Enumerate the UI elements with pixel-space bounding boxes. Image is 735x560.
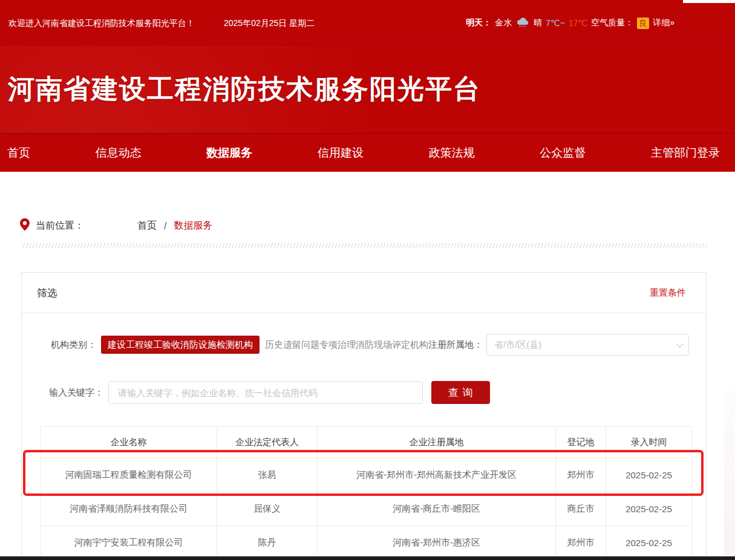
content-area: 当前位置： 首页 / 数据服务 筛选 重置条件 机构类别： 建设工程竣工验收消防…	[0, 218, 735, 560]
cell-company: 河南宇宁安装工程有限公司	[41, 526, 217, 560]
region-select-placeholder: 省/市/区(县)	[494, 339, 541, 351]
tomorrow-label: 明天：	[466, 18, 491, 28]
nav-item-policy[interactable]: 政策法规	[429, 145, 475, 161]
cell-company: 河南省泽顺消防科技有限公司	[41, 492, 217, 526]
cloud-rain-icon	[515, 17, 530, 29]
keyword-label: 输入关键字：	[22, 387, 103, 399]
category-option-1[interactable]: 历史遗留问题专项治理消防现场评定机构	[265, 339, 428, 351]
weather-widget: 明天： 金水 晴 7℃~ 17℃ 空气质量： 良 详细»	[466, 17, 675, 29]
cell-entry_date: 2025-02-25	[606, 526, 692, 560]
chevron-down-icon	[676, 340, 684, 348]
table-body: 河南固瑞工程质量检测有限公司张易河南省-郑州市-郑州高新技术产业开发区郑州市20…	[41, 458, 692, 560]
nav-item-dept-login[interactable]: 主管部门登录	[651, 145, 720, 161]
region-label: 注册所属地：	[428, 339, 483, 351]
nav-item-supervision[interactable]: 公众监督	[540, 145, 586, 161]
weather-condition: 晴	[534, 18, 542, 28]
weather-district: 金水	[495, 18, 512, 28]
breadcrumb-label: 当前位置：	[36, 220, 84, 232]
temp-high: 17℃	[569, 18, 587, 28]
search-button[interactable]: 查 询	[431, 381, 490, 404]
weather-detail-link[interactable]: 详细»	[653, 18, 675, 28]
column-header: 企业名称	[41, 427, 217, 458]
filter-panel-header: 筛选 重置条件	[22, 273, 706, 313]
air-quality-label: 空气质量：	[591, 18, 633, 28]
nav-item-credit[interactable]: 信用建设	[318, 145, 364, 161]
nav-item-news[interactable]: 信息动态	[96, 145, 142, 161]
column-header: 企业注册属地	[318, 427, 556, 458]
cell-registration_city: 商丘市	[556, 492, 606, 526]
cell-company: 河南固瑞工程质量检测有限公司	[41, 458, 217, 492]
cell-legal_rep: 张易	[217, 458, 318, 492]
welcome-text: 欢迎进入河南省建设工程消防技术服务阳光平台！	[8, 18, 195, 29]
cell-registered_address: 河南省-商丘市-睢阳区	[318, 492, 556, 526]
table-row[interactable]: 河南宇宁安装工程有限公司陈丹河南省-郑州市-惠济区郑州市2025-02-25	[41, 526, 692, 560]
main-nav: 首页信息动态数据服务信用建设政策法规公众监督主管部门登录	[0, 133, 735, 172]
cell-registered_address: 河南省-郑州市-郑州高新技术产业开发区	[318, 458, 556, 492]
company-table: 企业名称企业法定代表人企业注册属地登记地录入时间 河南固瑞工程质量检测有限公司张…	[40, 426, 692, 560]
table-wrap: 企业名称企业法定代表人企业注册属地登记地录入时间 河南固瑞工程质量检测有限公司张…	[40, 426, 690, 560]
region-filter-group: 注册所属地： 省/市/区(县)	[428, 334, 689, 356]
breadcrumb-separator: /	[164, 221, 166, 232]
region-select[interactable]: 省/市/区(县)	[486, 334, 689, 356]
table-row[interactable]: 河南固瑞工程质量检测有限公司张易河南省-郑州市-郑州高新技术产业开发区郑州市20…	[41, 458, 692, 492]
date-text: 2025年02月25日 星期二	[224, 18, 315, 29]
reset-filters-link[interactable]: 重置条件	[650, 287, 686, 299]
cell-registration_city: 郑州市	[556, 458, 606, 492]
right-edge-fade	[724, 391, 735, 560]
table-row[interactable]: 河南省泽顺消防科技有限公司屈保义河南省-商丘市-睢阳区商丘市2025-02-25	[41, 492, 692, 526]
cell-legal_rep: 屈保义	[217, 492, 318, 526]
category-filter-row: 机构类别： 建设工程竣工验收消防设施检测机构历史遗留问题专项治理消防现场评定机构…	[22, 334, 706, 356]
column-header: 企业法定代表人	[217, 427, 318, 458]
temp-low: 7℃~	[546, 18, 565, 28]
site-header: 河南省建设工程消防技术服务阳光平台	[0, 45, 735, 133]
breadcrumb: 当前位置： 首页 / 数据服务	[20, 218, 735, 233]
cell-entry_date: 2025-02-25	[606, 458, 692, 492]
top-bar: 欢迎进入河南省建设工程消防技术服务阳光平台！ 2025年02月25日 星期二 明…	[0, 0, 735, 45]
cell-registration_city: 郑州市	[556, 526, 606, 560]
column-header: 录入时间	[606, 427, 692, 458]
browser-corner-notch	[683, 0, 735, 3]
page: 欢迎进入河南省建设工程消防技术服务阳光平台！ 2025年02月25日 星期二 明…	[0, 0, 735, 560]
breadcrumb-home-link[interactable]: 首页	[137, 220, 157, 232]
category-label: 机构类别：	[22, 339, 96, 351]
page-title: 河南省建设工程消防技术服务阳光平台	[8, 71, 481, 107]
nav-item-home[interactable]: 首页	[7, 145, 30, 161]
nav-item-data-service[interactable]: 数据服务	[206, 145, 252, 161]
cell-entry_date: 2025-02-25	[606, 492, 692, 526]
cell-registered_address: 河南省-郑州市-惠济区	[318, 526, 556, 560]
filter-panel-title: 筛选	[37, 286, 57, 300]
air-quality-badge: 良	[637, 18, 649, 29]
keyword-input[interactable]	[108, 381, 423, 404]
filter-panel: 筛选 重置条件 机构类别： 建设工程竣工验收消防设施检测机构历史遗留问题专项治理…	[21, 272, 707, 560]
column-header: 登记地	[556, 427, 606, 458]
table-header-row: 企业名称企业法定代表人企业注册属地登记地录入时间	[41, 427, 692, 458]
footer-strip	[0, 556, 735, 560]
keyword-filter-row: 输入关键字： 查 询	[22, 381, 706, 404]
slash-divider	[21, 243, 707, 248]
category-option-0[interactable]: 建设工程竣工验收消防设施检测机构	[101, 336, 260, 354]
map-pin-icon	[20, 218, 30, 233]
cell-legal_rep: 陈丹	[217, 526, 318, 560]
breadcrumb-current[interactable]: 数据服务	[174, 220, 212, 232]
category-options: 建设工程竣工验收消防设施检测机构历史遗留问题专项治理消防现场评定机构	[96, 336, 428, 354]
